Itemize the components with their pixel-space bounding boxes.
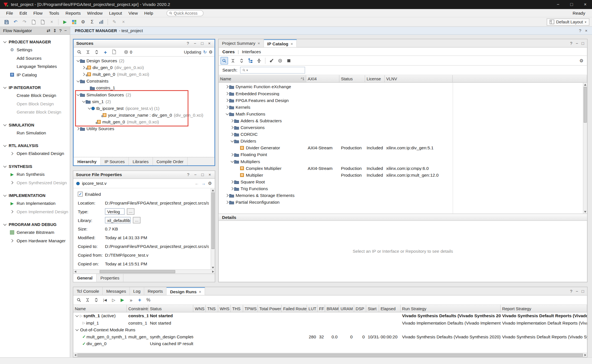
tab-general[interactable]: General [73,274,97,282]
column-header-license[interactable]: License [365,75,385,82]
tree-item-mult-gen-0-sim[interactable]: mult_gen_0 (mult_gen_0.xci) [74,119,215,125]
column-header-run-strategy[interactable]: Run Strategy [401,305,501,312]
menu-tools[interactable]: Tools [46,10,62,16]
elaborate-button[interactable] [70,18,78,26]
scroll-right-button[interactable] [211,270,215,274]
percent-icon[interactable]: % [145,296,152,304]
column-header-status[interactable]: Status [148,305,193,312]
tab-ip-catalog[interactable]: IP Catalog × [264,39,297,47]
minimize-icon[interactable]: − [193,41,197,46]
search-icon[interactable] [75,296,83,304]
wrench-icon[interactable] [268,57,275,65]
column-header-start[interactable]: Start [366,305,379,312]
save-button[interactable] [3,18,10,26]
close-icon[interactable]: × [207,172,212,177]
ip-category-row[interactable]: Kernels [218,104,587,110]
column-header-name[interactable]: Name ^ 1 [218,75,306,82]
forward-icon[interactable]: → [201,181,206,186]
tree-item-design-sources[interactable]: Design Sources (2) [74,57,215,64]
flownav-item-run-implementation[interactable]: ▶ Run Implementation [0,199,70,207]
ip-category-row-math-functions[interactable]: Math Functions [218,110,587,117]
cancel-button[interactable]: × [120,18,127,26]
dashboard-button[interactable] [98,18,105,26]
tab-tcl-console[interactable]: Tcl Console [73,287,103,295]
chevron-right-icon[interactable] [230,153,234,157]
chevron-right-icon[interactable] [225,193,229,197]
maximize-icon[interactable]: □ [565,0,578,9]
undo-button[interactable]: ↶ [12,18,19,26]
help-icon[interactable]: ? [59,28,62,33]
ip-search-box[interactable]: ▾ [240,67,305,74]
menu-edit[interactable]: Edit [16,10,30,16]
interfaces-toggle[interactable]: Interfaces [242,49,261,54]
column-header-whs[interactable]: WHS [218,305,231,312]
search-icon[interactable] [76,48,83,56]
settings-button[interactable]: ⚙ [79,18,87,26]
run-button[interactable]: ▶ [61,18,69,26]
float-icon[interactable]: □ [200,41,204,46]
chevron-down-icon[interactable] [75,328,79,332]
chevron-down-icon[interactable] [225,112,229,116]
flownav-item-create-block-design[interactable]: Create Block Design [0,91,70,99]
column-header-axi4[interactable]: AXI4 [306,75,339,82]
scroll-up-button[interactable] [211,188,215,192]
scrollbar-thumb[interactable] [584,87,587,123]
flownav-item-settings[interactable]: ⚙ Settings [0,46,70,54]
column-header-report-strategy[interactable]: Report Strategy [501,305,587,312]
enabled-checkbox[interactable]: ✓ [78,192,83,196]
cores-toggle[interactable]: Cores [222,49,235,54]
reset-run-icon[interactable]: |◀ [101,296,109,304]
stop-icon[interactable] [285,57,293,65]
ip-category-row[interactable]: Memories & Storage Elements [218,192,587,199]
tree-item-div-gen-0[interactable]: div_gen_0 (div_gen_0.xci) [74,64,215,71]
gear-icon[interactable]: ⚙ [209,49,213,55]
float-icon[interactable]: □ [582,41,584,45]
delete-button[interactable]: × [48,18,56,26]
ip-category-row[interactable]: FPGA Features and Design [218,97,587,104]
copy-button[interactable] [30,18,37,26]
library-more-button[interactable]: … [133,217,140,223]
launch-run-icon[interactable]: ▶ [119,296,126,304]
refresh-icon[interactable]: ↻ [203,49,207,55]
flownav-item-open-hardware-manager[interactable]: Open Hardware Manager [0,237,70,245]
close-icon[interactable]: × [291,41,293,46]
minimize-icon[interactable]: − [576,41,578,45]
gear-icon[interactable]: ⚙ [578,57,585,65]
flownav-item-open-synthesized-design[interactable]: Open Synthesized Design [0,178,70,187]
ip-category-row[interactable]: Floating Point [218,151,587,158]
chevron-down-icon[interactable] [3,85,7,90]
chevron-right-icon[interactable] [81,72,86,76]
paste-button[interactable] [39,18,47,26]
help-icon[interactable]: ? [570,41,572,45]
dock-icon[interactable]: ⇄ [47,28,50,33]
ip-category-row[interactable]: Adders & Subtracters [218,117,587,124]
scroll-down-button[interactable] [583,210,587,214]
target-icon[interactable] [276,57,284,65]
ip-category-row[interactable]: Square Root [218,178,587,185]
column-header-uram[interactable]: URAM [339,305,354,312]
group-by-category-icon[interactable] [247,57,254,65]
run-row-impl-1[interactable]: ▷ impl_1 constrs_1 Not started Vivado Im… [73,319,587,327]
menu-window[interactable]: Window [84,10,105,16]
menu-layout[interactable]: Layout [106,10,125,16]
ip-category-row-multipliers[interactable]: Multipliers [218,158,587,165]
help-icon[interactable]: ? [579,28,581,33]
create-run-icon[interactable]: + [136,296,143,304]
tab-reports[interactable]: Reports [144,287,167,295]
quick-access-search[interactable] [166,10,203,16]
chevron-down-icon[interactable] [3,40,7,44]
chevron-down-icon[interactable] [76,79,80,83]
flownav-item-add-sources[interactable]: Add Sources [0,54,70,62]
close-icon[interactable]: × [258,41,260,45]
chevron-down-icon[interactable] [87,106,91,110]
add-sources-icon[interactable]: + [101,48,109,56]
ip-row-multiplier[interactable]: Multiplier Production Included xilinx.co… [218,172,587,178]
chevron-down-icon[interactable] [81,99,86,104]
scroll-up-button[interactable] [583,83,587,86]
vertical-scrollbar[interactable] [211,188,215,269]
menu-view[interactable]: View [125,10,141,16]
tree-item-simulation-sources[interactable]: Simulation Sources (2) [74,91,215,98]
column-header-ff[interactable]: FF [317,305,325,312]
edit-button[interactable]: ✎ [111,18,118,26]
tree-item-mult-gen-0[interactable]: mult_gen_0 (mult_gen_0.xci) [74,71,215,78]
